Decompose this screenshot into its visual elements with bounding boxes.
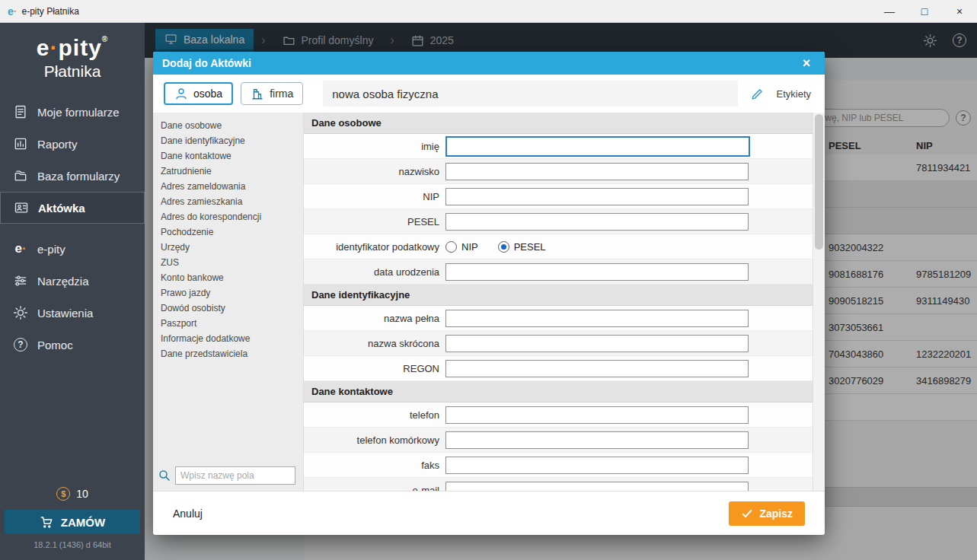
sidebar-item-label: Aktówka (38, 202, 85, 215)
regon-input[interactable] (445, 360, 749, 377)
radio-pesel[interactable] (498, 241, 509, 253)
osoba-toggle-button[interactable]: osoba (164, 82, 233, 105)
app-icon: e· (8, 5, 17, 18)
form-row-nip: NIP (304, 184, 813, 209)
dialog-body: Dane osobowe Dane identyfikacyjne Dane k… (153, 113, 825, 491)
form-row-nazwisko: nazwisko (304, 159, 813, 184)
identyfikator-radio-group: NIP PESEL (445, 241, 546, 253)
contact-card-icon (13, 199, 30, 216)
form-row-email: e-mail (304, 478, 813, 491)
nav-item-urzedy[interactable]: Urzędy (153, 240, 303, 255)
sidebar-item-aktowka[interactable]: Aktówka (0, 192, 145, 224)
titlebar: e· e-pity Płatnika — □ × (0, 0, 977, 23)
version-text: 18.2.1 (1436) d 64bit (0, 540, 145, 555)
form-area: Dane osobowe imię nazwisko NIP (304, 113, 813, 491)
cancel-button[interactable]: Anuluj (173, 508, 203, 520)
nav-item-dane-identyfikacyjne[interactable]: Dane identyfikacyjne (153, 133, 303, 148)
minimize-button[interactable]: — (872, 0, 907, 22)
nav-item-dowod-osobisty[interactable]: Dowód osobisty (153, 301, 303, 316)
data-urodzenia-input[interactable] (445, 263, 749, 281)
nav-item-adres-zamieszkania[interactable]: Adres zamieszkania (153, 194, 303, 209)
field-search-input[interactable] (175, 466, 295, 485)
dialog-toolbar: osoba firma Etykiety (153, 75, 825, 113)
field-label: faks (304, 460, 445, 471)
sidebar-item-label: Narzędzia (37, 275, 89, 288)
form-row-telefon: telefon (304, 402, 813, 428)
form-scrollbar[interactable] (813, 113, 825, 491)
nav-item-konto-bankowe[interactable]: Konto bankowe (153, 270, 303, 285)
dialog-title: Dodaj do Aktówki (162, 57, 251, 69)
nav-item-paszport[interactable]: Paszport (153, 316, 303, 331)
entry-name-input[interactable] (323, 81, 738, 107)
section-nav: Dane osobowe Dane identyfikacyjne Dane k… (153, 113, 304, 491)
nav-item-dane-kontaktowe[interactable]: Dane kontaktowe (153, 148, 303, 164)
field-label: nazwa pełna (304, 313, 445, 324)
radio-pesel-label: PESEL (514, 241, 546, 253)
nav-item-zatrudnienie[interactable]: Zatrudnienie (153, 164, 303, 179)
email-input[interactable] (445, 482, 749, 492)
telefon-komorkowy-input[interactable] (445, 431, 749, 449)
sidebar-item-label: e-pity (37, 243, 65, 256)
nazwisko-input[interactable] (445, 163, 749, 180)
field-label: telefon komórkowy (304, 434, 445, 446)
form-row-nazwa-pelna: nazwa pełna (304, 306, 813, 331)
telefon-input[interactable] (445, 406, 749, 424)
pesel-input[interactable] (445, 213, 749, 231)
sidebar-item-raporty[interactable]: Raporty (0, 128, 145, 160)
field-label: PESEL (304, 216, 445, 228)
nazwa-skrocona-input[interactable] (445, 335, 749, 352)
coin-icon: $ (56, 487, 70, 501)
dialog-close-icon[interactable]: × (797, 56, 816, 72)
maximize-button[interactable]: □ (907, 0, 942, 22)
sidebar-item-narzedzia[interactable]: Narzędzia (0, 265, 145, 297)
sidebar-item-moje-formularze[interactable]: Moje formularze (0, 96, 145, 128)
form-row-regon: REGON (304, 356, 813, 381)
add-to-aktowka-dialog: Dodaj do Aktówki × osoba firma (153, 52, 825, 535)
nav-item-dane-przedstawiciela[interactable]: Dane przedstawiciela (153, 346, 303, 361)
scrollbar-thumb[interactable] (815, 114, 823, 250)
form-row-telefon-komorkowy: telefon komórkowy (304, 428, 813, 453)
field-label: data urodzenia (304, 266, 445, 278)
faks-input[interactable] (445, 457, 749, 474)
radio-nip-label: NIP (461, 241, 478, 253)
form-row-data-urodzenia: data urodzenia (304, 259, 813, 285)
person-icon (174, 87, 188, 100)
imie-input[interactable] (445, 136, 750, 157)
labels-link[interactable]: Etykiety (776, 88, 811, 100)
app-logo: e·pity® Płatnika (0, 23, 145, 90)
firma-toggle-button[interactable]: firma (241, 82, 303, 105)
section-header-dane-osobowe: Dane osobowe (304, 113, 813, 134)
nav-item-pochodzenie[interactable]: Pochodzenie (153, 224, 303, 240)
nav-item-prawo-jazdy[interactable]: Prawo jazdy (153, 285, 303, 301)
nazwa-pelna-input[interactable] (445, 310, 749, 327)
sidebar-item-ustawienia[interactable]: Ustawienia (0, 297, 145, 329)
gear-icon (12, 304, 29, 321)
sidebar-item-label: Moje formularze (37, 106, 120, 119)
nav-item-adres-do-korespondencji[interactable]: Adres do korespondencji (153, 209, 303, 224)
save-button[interactable]: Zapisz (729, 501, 805, 526)
report-icon (12, 135, 29, 152)
close-button[interactable]: × (942, 0, 977, 22)
main-area: Baza lokalna › Profil domyślny › 2025 (145, 23, 977, 560)
credits-balance[interactable]: $ 10 (0, 482, 145, 505)
sidebar: e·pity® Płatnika Moje formularze Raporty (0, 23, 145, 560)
nav-item-adres-zameldowania[interactable]: Adres zameldowania (153, 179, 303, 194)
nav-item-informacje-dodatkowe[interactable]: Informacje dodatkowe (153, 331, 303, 346)
sidebar-item-label: Ustawienia (37, 307, 93, 320)
cart-icon (40, 515, 53, 529)
dialog-footer: Anuluj Zapisz (153, 491, 825, 535)
dialog-header: Dodaj do Aktówki × (153, 52, 825, 75)
section-header-dane-kontaktowe: Dane kontaktowe (304, 381, 813, 402)
sidebar-item-pomoc[interactable]: ? Pomoc (0, 329, 145, 361)
radio-nip[interactable] (445, 241, 457, 253)
nav-item-dane-osobowe[interactable]: Dane osobowe (153, 118, 303, 133)
nip-input[interactable] (445, 188, 749, 205)
edit-pencil-icon[interactable] (746, 87, 768, 101)
nav-item-zus[interactable]: ZUS (153, 255, 303, 270)
sidebar-item-epity[interactable]: e· e-pity (0, 233, 145, 265)
order-button[interactable]: ZAMÓW (5, 510, 140, 534)
sidebar-item-label: Raporty (37, 138, 78, 151)
field-label: REGON (304, 363, 445, 374)
firma-label: firma (270, 88, 293, 100)
sidebar-item-baza-formularzy[interactable]: Baza formularzy (0, 160, 145, 192)
